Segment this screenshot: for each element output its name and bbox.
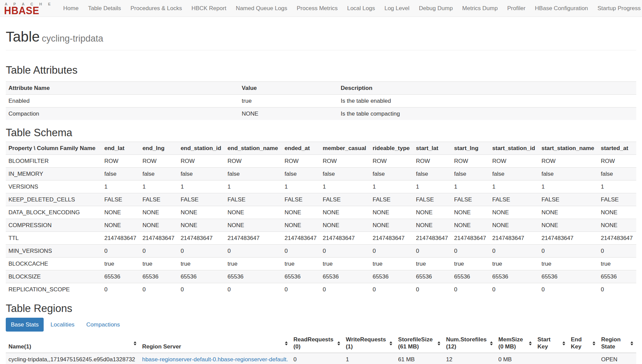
nav-link-startup-progress[interactable]: Startup Progress <box>593 0 642 17</box>
attribute-description-cell: Is the table compacting <box>338 107 636 120</box>
regions-column-header-name-1[interactable]: Name(1) <box>6 334 139 353</box>
region-name-cell: cycling-tripdata,,1719475156245.e95d0a13… <box>6 353 139 364</box>
schema-value-cell: 1 <box>370 180 413 193</box>
tab-link-compactions[interactable]: Compactions <box>81 318 125 332</box>
nav-link-home[interactable]: Home <box>59 0 83 17</box>
schema-value-cell: 65536 <box>282 270 320 283</box>
nav-link-profiler[interactable]: Profiler <box>503 0 530 17</box>
schema-value-cell: 1 <box>178 180 225 193</box>
schema-value-cell: 0 <box>102 283 140 296</box>
tab-link-localities[interactable]: Localities <box>45 318 80 332</box>
schema-value-cell: true <box>598 258 636 270</box>
schema-value-cell: false <box>102 168 140 180</box>
schema-value-cell: 65536 <box>102 270 140 283</box>
regions-column-header-region-server[interactable]: Region Server <box>139 334 291 353</box>
schema-value-cell: 2147483647 <box>370 232 413 245</box>
regions-column-label: Region State <box>601 336 621 350</box>
sort-up-down-triangles-icon <box>529 341 532 346</box>
schema-value-cell: true <box>451 258 490 270</box>
schema-value-cell: 0 <box>598 283 636 296</box>
regions-column-header-memsize-0-mb[interactable]: MemSize (0 MB) <box>496 334 535 353</box>
schema-value-cell: NONE <box>598 206 636 219</box>
schema-value-cell: ROW <box>451 155 490 168</box>
schema-value-cell: ROW <box>598 155 636 168</box>
schema-value-cell: ROW <box>140 155 178 168</box>
schema-value-cell: NONE <box>320 219 370 232</box>
schema-value-cell: NONE <box>370 219 413 232</box>
schema-value-cell: FALSE <box>178 193 225 206</box>
regions-column-header-num-storefiles-12[interactable]: Num.Storefiles (12) <box>443 334 496 353</box>
nav-link-named-queue-logs[interactable]: Named Queue Logs <box>231 0 292 17</box>
schema-value-cell: 65536 <box>178 270 225 283</box>
region-tabs: Base StatsLocalitiesCompactions <box>6 318 636 332</box>
schema-row-keep-deleted-cells: KEEP_DELETED_CELLSFALSEFALSEFALSEFALSEFA… <box>6 193 636 206</box>
schema-row-versions: VERSIONS111111111111 <box>6 180 636 193</box>
region-server-link[interactable]: hbase-regionserver-default-0.hbase-regio… <box>142 356 288 364</box>
nav-link-table-details[interactable]: Table Details <box>83 0 126 17</box>
regions-column-header-readrequests-0[interactable]: ReadRequests (0) <box>291 334 343 353</box>
nav-item-process-metrics: Process Metrics <box>292 0 342 17</box>
read-requests-cell: 0 <box>291 353 343 364</box>
tab-link-base-stats[interactable]: Base Stats <box>6 318 44 332</box>
regions-column-header-writerequests-1[interactable]: WriteRequests (1) <box>343 334 396 353</box>
sort-up-down-triangles-icon <box>285 341 288 346</box>
schema-row-min-versions: MIN_VERSIONS000000000000 <box>6 245 636 258</box>
schema-value-cell: FALSE <box>413 193 451 206</box>
schema-value-cell: NONE <box>178 219 225 232</box>
attribute-row-enabled: EnabledtrueIs the table enabled <box>6 95 636 107</box>
schema-property-cell: MIN_VERSIONS <box>6 245 102 258</box>
nav-link-local-logs[interactable]: Local Logs <box>342 0 380 17</box>
nav-link-process-metrics[interactable]: Process Metrics <box>292 0 342 17</box>
schema-row-ttl: TTL2147483647214748364721474836472147483… <box>6 232 636 245</box>
schema-column-header-member-casual: member_casual <box>320 142 370 155</box>
schema-property-cell: KEEP_DELETED_CELLS <box>6 193 102 206</box>
nav-link-procedures-locks[interactable]: Procedures & Locks <box>126 0 187 17</box>
schema-value-cell: 1 <box>225 180 282 193</box>
regions-column-header-start-key[interactable]: Start Key <box>535 334 568 353</box>
schema-value-cell: NONE <box>539 219 598 232</box>
schema-value-cell: 0 <box>413 245 451 258</box>
schema-value-cell: NONE <box>140 206 178 219</box>
regions-column-header-region-state[interactable]: Region State <box>598 334 636 353</box>
attribute-name-cell: Compaction <box>6 107 239 120</box>
nav-link-debug-dump[interactable]: Debug Dump <box>414 0 458 17</box>
schema-value-cell: true <box>539 258 598 270</box>
nav-link-log-level[interactable]: Log Level <box>380 0 414 17</box>
schema-value-cell: 2147483647 <box>539 232 598 245</box>
schema-column-header-ended-at: ended_at <box>282 142 320 155</box>
nav-link-hbck-report[interactable]: HBCK Report <box>187 0 231 17</box>
schema-value-cell: false <box>598 168 636 180</box>
sort-up-down-triangles-icon <box>630 341 634 346</box>
main-content: Tablecycling-tripdata Table Attributes A… <box>0 29 642 364</box>
regions-column-label: MemSize (0 MB) <box>499 336 523 350</box>
nav-item-procedures-locks: Procedures & Locks <box>126 0 187 17</box>
regions-column-label: StorefileSize (61 MB) <box>398 336 433 350</box>
nav-item-metrics-dump: Metrics Dump <box>458 0 503 17</box>
schema-value-cell: false <box>140 168 178 180</box>
attributes-heading: Table Attributes <box>6 65 636 76</box>
schema-property-cell: BLOCKSIZE <box>6 270 102 283</box>
schema-value-cell: false <box>225 168 282 180</box>
schema-value-cell: 0 <box>370 245 413 258</box>
regions-column-header-end-key[interactable]: End Key <box>568 334 598 353</box>
nav-link-metrics-dump[interactable]: Metrics Dump <box>458 0 503 17</box>
hbase-logo[interactable]: A P A C H E HBASE <box>4 2 53 15</box>
schema-value-cell: FALSE <box>370 193 413 206</box>
table-schema-section: Table Schema Property \ Column Family Na… <box>6 127 636 296</box>
sort-up-down-triangles-icon <box>133 341 137 346</box>
nav-link-hbase-configuration[interactable]: HBase Configuration <box>530 0 593 17</box>
schema-value-cell: ROW <box>490 155 539 168</box>
regions-column-header-storefilesize-61-mb[interactable]: StorefileSize (61 MB) <box>395 334 443 353</box>
schema-value-cell: true <box>320 258 370 270</box>
regions-table-body: cycling-tripdata,,1719475156245.e95d0a13… <box>6 353 636 364</box>
sort-up-down-triangles-icon <box>437 341 441 346</box>
tab-base-stats: Base Stats <box>6 318 44 332</box>
schema-value-cell: 0 <box>225 245 282 258</box>
schema-value-cell: 0 <box>140 245 178 258</box>
schema-value-cell: true <box>178 258 225 270</box>
regions-column-label: Start Key <box>537 336 551 350</box>
schema-property-cell: COMPRESSION <box>6 219 102 232</box>
schema-value-cell: NONE <box>451 206 490 219</box>
regions-column-label: ReadRequests (0) <box>293 336 333 350</box>
schema-value-cell: false <box>320 168 370 180</box>
